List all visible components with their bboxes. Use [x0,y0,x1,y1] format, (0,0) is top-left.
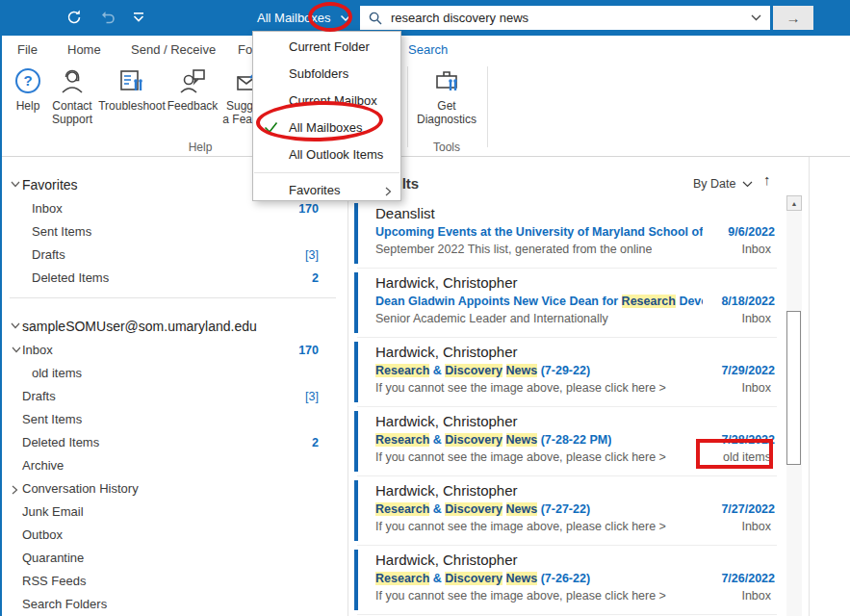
folder-label: Quarantine [22,551,84,565]
email-list-item[interactable]: Hardwick, ChristopherDean Gladwin Appoin… [349,269,786,338]
ribbon-separator [487,66,488,147]
search-highlight: News [506,364,538,377]
menu-item-current-folder[interactable]: Current Folder [253,34,400,61]
email-sender: Hardwick, Christopher [375,413,518,429]
folder-count: [3] [305,244,319,267]
feedback-icon [178,66,207,95]
folder-pane: FavoritesInbox170Sent ItemsDrafts[3]Dele… [0,157,348,616]
email-subject: Research & Discovery News (7-26-22) [375,572,590,585]
search-history-chevron-icon[interactable] [751,14,761,21]
search-highlight: News [506,572,538,585]
menu-separator [254,172,399,173]
email-list-item[interactable]: Hardwick, ChristopherResearch & Discover… [349,546,786,615]
tab-home[interactable]: Home [67,42,101,57]
troubleshoot-icon [117,66,146,95]
ribbon-group-help-label: Help [176,141,224,154]
folder-item-drafts[interactable]: Drafts[3] [0,244,348,267]
annotation-circle-scope-chevron [308,2,352,32]
chevron-down-icon[interactable] [12,346,21,353]
scrollbar[interactable]: ▲ [786,195,802,616]
email-subject: Research & Discovery News (7-28-22 PM) [375,433,611,447]
email-subject: Dean Gladwin Appoints New Vice Dean for … [375,295,703,308]
folder-item-conversation-history[interactable]: Conversation History [0,477,348,500]
folder-label: RSS Feeds [22,574,86,588]
search-highlight: News [506,433,538,447]
email-list-item[interactable]: Hardwick, ChristopherResearch & Discover… [349,476,786,546]
search-highlight: Research [375,572,429,585]
chevron-right-icon[interactable] [12,485,18,495]
folder-item-drafts[interactable]: Drafts[3] [0,385,348,408]
folder-count: 2 [312,267,319,290]
sync-icon[interactable] [65,9,83,26]
email-list-item[interactable]: Hardwick, ChristopherResearch & Discover… [349,338,786,407]
scrollbar-up-arrow[interactable]: ▲ [786,195,802,211]
search-highlight: Discovery [445,502,502,516]
search-input[interactable] [391,11,742,25]
email-snippet: If you cannot see the image above, pleas… [375,450,666,464]
folder-item-sent-items[interactable]: Sent Items [0,220,348,244]
chevron-down-icon[interactable] [11,322,20,329]
folder-item-search-folders[interactable]: Search Folders [0,593,348,616]
submenu-arrow-icon [385,187,392,196]
undo-icon[interactable] [99,9,116,26]
menu-item-subfolders[interactable]: Subfolders [253,61,400,88]
folder-label: Deleted Items [22,435,99,449]
folder-label: Drafts [22,389,56,403]
folder-item-deleted-items[interactable]: Deleted Items2 [0,431,348,454]
folder-item-inbox[interactable]: Inbox170 [0,339,348,362]
window-left-edge [0,36,2,616]
search-go-button[interactable]: → [773,6,813,30]
diagnostics-toolbox-icon [432,66,461,95]
folder-section-header-samplesomuser-som-umaryland-edu[interactable]: sampleSOMUser@som.umaryland.edu [0,314,348,339]
tab-send-receive[interactable]: Send / Receive [131,42,216,57]
tab-search[interactable]: Search [408,42,448,57]
sort-direction-arrow[interactable]: ↑ [763,171,771,188]
troubleshoot-button[interactable]: Troubleshoot [96,66,167,113]
email-sender: Hardwick, Christopher [375,274,518,291]
get-diagnostics-button[interactable]: Get Diagnostics [412,66,481,126]
ribbon: ? Help Contact Support Troubleshoot [0,63,850,157]
help-icon: ? [13,66,42,95]
email-folder: Inbox [741,243,771,256]
folder-item-sent-items[interactable]: Sent Items [0,408,348,431]
email-date: 9/6/2022 [728,225,775,239]
search-highlight: Research [375,433,429,447]
email-list-item[interactable]: DeanslistUpcoming Events at the Universi… [349,199,786,269]
folder-label: Inbox [22,343,53,357]
section-header-label: Favorites [22,177,78,192]
folder-item-rss-feeds[interactable]: RSS Feeds [0,570,348,593]
feedback-button[interactable]: Feedback [166,66,219,113]
help-button[interactable]: ? Help [8,66,48,113]
email-date: 8/18/2022 [721,295,775,308]
folder-item-old-items[interactable]: old items [0,362,348,385]
menu-item-favorites[interactable]: Favorites [253,177,400,204]
folder-label: Drafts [32,247,65,262]
qat-overflow-icon[interactable] [133,13,144,22]
sort-by-button[interactable]: By Date [693,177,753,191]
folder-label: Sent Items [32,224,91,239]
pane-divider [809,157,810,616]
folder-label: Conversation History [22,481,139,496]
folder-item-quarantine[interactable]: Quarantine [0,547,348,570]
menu-item-all-outlook-items[interactable]: All Outlook Items [253,141,400,168]
folder-label: Archive [22,458,64,473]
folder-item-deleted-items[interactable]: Deleted Items2 [0,267,348,290]
folder-label: Sent Items [22,412,82,426]
email-snippet: Senior Academic Leader and International… [375,312,608,325]
folder-count: [3] [305,385,319,408]
headset-person-icon [58,66,87,95]
scrollbar-thumb[interactable] [786,311,801,465]
email-snippet: If you cannot see the image above, pleas… [375,381,666,395]
email-sender: Hardwick, Christopher [375,482,518,499]
folder-item-outbox[interactable]: Outbox [0,524,348,547]
contact-support-button[interactable]: Contact Support [48,66,96,126]
folder-count: 2 [312,431,319,454]
folder-item-junk-email[interactable]: Junk Email [0,500,348,524]
email-subject: Upcoming Events at the University of Mar… [375,225,703,239]
search-box[interactable] [360,6,770,30]
folder-label: Inbox [32,201,63,216]
tab-file[interactable]: File [17,42,38,57]
email-subject: Research & Discovery News (7-27-22) [375,502,590,516]
chevron-down-icon[interactable] [11,181,20,188]
folder-item-archive[interactable]: Archive [0,454,348,477]
